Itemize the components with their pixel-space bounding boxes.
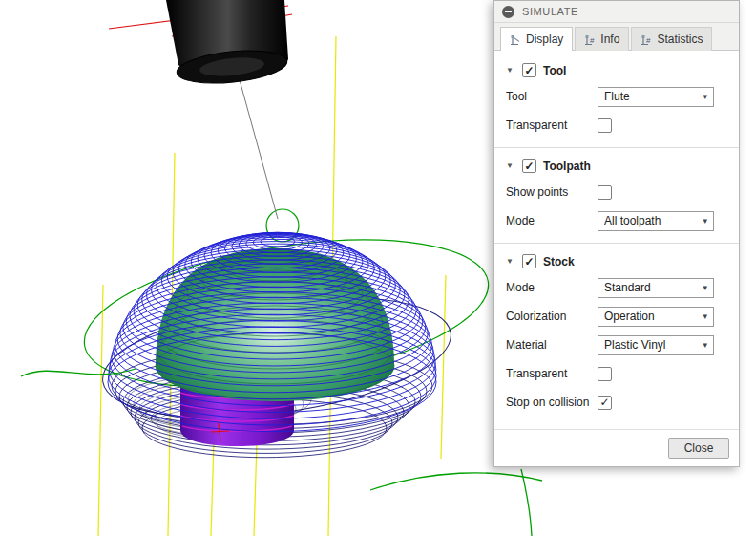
chevron-down-icon: ▾ (703, 216, 707, 225)
chevron-down-icon: ▾ (703, 92, 707, 101)
section-divider (494, 243, 739, 244)
show-points-row: Show points (494, 178, 739, 206)
display-tab-icon (510, 33, 522, 46)
tool-transparent-checkbox[interactable] (598, 118, 612, 133)
colorization-dropdown[interactable]: Operation ▾ (598, 307, 714, 327)
chevron-down-icon: ▾ (703, 311, 707, 321)
statistics-tab-icon: # (640, 33, 653, 46)
tab-statistics[interactable]: # Statistics (631, 27, 712, 51)
cutting-tool (166, 0, 288, 88)
close-button[interactable]: Close (668, 438, 729, 459)
section-tool-header: ▼ Tool (494, 54, 739, 82)
stock-transparent-checkbox[interactable] (598, 367, 612, 381)
stock-collapse-arrow-icon[interactable]: ▼ (506, 257, 515, 266)
toolpath-mode-row: Mode All toolpath ▾ (494, 206, 739, 235)
toolpath-mode-value: All toolpath (604, 214, 661, 227)
collapse-panel-icon[interactable] (502, 6, 514, 18)
show-points-label: Show points (506, 185, 598, 199)
tool-row: Tool Flute ▾ (494, 82, 739, 111)
tool-dropdown[interactable]: Flute ▾ (598, 87, 714, 107)
toolpath-mode-label: Mode (506, 214, 598, 227)
material-dropdown[interactable]: Plastic Vinyl ▾ (598, 335, 714, 355)
stock-mode-label: Mode (506, 281, 598, 294)
panel-body: ▼ Tool Tool Flute ▾ Transparent (494, 51, 739, 429)
stock-transparent-label: Transparent (506, 367, 598, 380)
tab-display-label: Display (526, 32, 563, 46)
tool-label: Tool (506, 90, 598, 103)
info-tab-icon: # (584, 33, 597, 46)
stock-mode-row: Mode Standard ▾ (494, 273, 739, 302)
section-toolpath-header: ▼ Toolpath (494, 150, 739, 178)
simulate-panel: SIMULATE Display # (494, 0, 740, 467)
section-divider (494, 147, 739, 148)
tab-info[interactable]: # Info (575, 27, 629, 51)
chevron-down-icon: ▾ (703, 283, 707, 292)
colorization-value: Operation (604, 310, 655, 323)
section-stock-title: Stock (543, 255, 575, 268)
stock-mode-dropdown[interactable]: Standard ▾ (598, 278, 714, 298)
colorization-label: Colorization (506, 310, 598, 323)
toolpath-collapse-arrow-icon[interactable]: ▼ (506, 161, 515, 170)
section-tool-title: Tool (543, 64, 566, 77)
tab-bar: Display # Info # (494, 23, 739, 51)
panel-header: SIMULATE (494, 1, 739, 23)
material-label: Material (506, 338, 598, 352)
tool-dropdown-value: Flute (604, 90, 630, 103)
svg-text:#: # (590, 36, 595, 45)
toolpath-mode-dropdown[interactable]: All toolpath ▾ (598, 211, 714, 231)
tab-display[interactable]: Display (500, 27, 573, 51)
chevron-down-icon: ▾ (703, 340, 707, 350)
tab-statistics-label: Statistics (657, 32, 703, 46)
panel-footer: Close (494, 429, 739, 466)
section-stock: ▼ Stock Mode Standard ▾ Colorization Ope… (494, 246, 739, 417)
colorization-row: Colorization Operation ▾ (494, 302, 739, 331)
stock-transparent-row: Transparent (494, 359, 739, 388)
tool-section-checkbox[interactable] (522, 63, 536, 77)
stock-mode-value: Standard (604, 281, 651, 294)
app-window: SIMULATE Display # (0, 0, 756, 536)
tool-transparent-label: Transparent (506, 118, 598, 132)
stock-section-checkbox[interactable] (522, 254, 536, 268)
toolpath-section-checkbox[interactable] (522, 159, 536, 173)
section-toolpath: ▼ Toolpath Show points Mode All toolpath… (494, 150, 739, 235)
show-points-checkbox[interactable] (598, 185, 612, 200)
section-tool: ▼ Tool Tool Flute ▾ Transparent (494, 54, 739, 139)
panel-title: SIMULATE (522, 6, 578, 17)
tool-collapse-arrow-icon[interactable]: ▼ (506, 66, 515, 75)
svg-text:#: # (646, 36, 651, 45)
section-toolpath-title: Toolpath (543, 160, 591, 173)
stop-on-collision-checkbox[interactable] (598, 396, 612, 410)
tab-info-label: Info (600, 32, 620, 46)
tool-transparent-row: Transparent (494, 111, 739, 139)
material-row: Material Plastic Vinyl ▾ (494, 331, 739, 359)
stop-on-collision-row: Stop on collision (494, 388, 739, 417)
material-value: Plastic Vinyl (604, 338, 665, 352)
stop-on-collision-label: Stop on collision (506, 396, 598, 409)
section-stock-header: ▼ Stock (494, 246, 739, 273)
spindle-axis-line (239, 76, 278, 219)
